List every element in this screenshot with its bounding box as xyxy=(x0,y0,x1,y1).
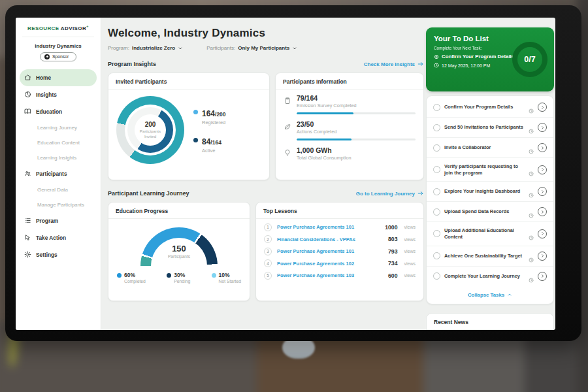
sidebar-item-education-content[interactable]: Education Content xyxy=(20,135,97,150)
lightbulb-icon xyxy=(284,148,291,155)
chevron-right-button[interactable] xyxy=(538,252,547,261)
task-row[interactable]: Explore Your Insights Dashboard xyxy=(427,182,553,202)
lesson-row: 4 Power Purchase Agreements 102 734views xyxy=(256,255,423,268)
invited-legend: 164/200 Registered 84/164 Active xyxy=(193,107,226,154)
task-row[interactable]: Complete Your Learning Journey xyxy=(427,267,553,286)
clock-icon xyxy=(434,63,439,68)
recent-news-card: Recent News xyxy=(426,313,554,330)
sidebar-item-participants[interactable]: Participants xyxy=(20,165,97,182)
task-row[interactable]: Upload Spend Data Records xyxy=(427,202,553,222)
list-icon xyxy=(24,217,31,224)
progress-bar xyxy=(297,112,416,114)
task-checkbox[interactable] xyxy=(433,124,440,131)
card-title: Participants Information xyxy=(276,73,423,90)
todo-progress-count: 0/7 xyxy=(524,55,535,64)
lesson-link[interactable]: Power Purchase Agreements 101 xyxy=(277,224,380,230)
card-title: Invited Participants xyxy=(108,73,269,90)
sidebar-item-program[interactable]: Program xyxy=(20,212,97,229)
task-checkbox[interactable] xyxy=(433,188,440,195)
task-row[interactable]: Send 50 Invitations to Participants xyxy=(427,118,553,138)
education-gauge-chart: 150 Participants xyxy=(140,227,218,266)
lesson-link[interactable]: Financial Considerations - VPPAs xyxy=(277,237,383,242)
todo-progress-ring: 0/7 xyxy=(512,42,547,77)
sidebar-item-learning-journey[interactable]: Learning Journey xyxy=(20,120,97,135)
next-task: Confirm Your Program Details xyxy=(442,54,514,59)
sidebar-item-insights[interactable]: Insights xyxy=(20,86,97,103)
chevron-right-button[interactable] xyxy=(538,103,547,112)
sponsor-icon xyxy=(44,54,50,59)
chevron-right-button[interactable] xyxy=(538,187,547,196)
sidebar-item-education[interactable]: Education xyxy=(20,103,97,120)
chevron-right-button[interactable] xyxy=(538,272,547,281)
resource-advisor-logo: RESOURCE ADVISOR+ xyxy=(16,24,101,31)
clock-icon xyxy=(529,105,534,110)
gauge-center-label: Participants xyxy=(168,254,190,259)
legend-dot xyxy=(212,273,216,278)
rank-badge: 5 xyxy=(264,272,272,280)
lesson-link[interactable]: Power Purchase Agreements 101 xyxy=(277,248,383,254)
task-checkbox[interactable] xyxy=(433,144,440,152)
page-title: Welcome, Industry Dynamics xyxy=(108,27,424,40)
participants-information-card: Participants Information 79/164 Emission… xyxy=(275,73,424,180)
lesson-link[interactable]: Power Purchase Agreements 102 xyxy=(277,261,383,267)
task-checkbox[interactable] xyxy=(433,230,440,237)
education-progress-card: Education Progress 150 Participants xyxy=(108,202,250,301)
sidebar-item-general-data[interactable]: General Data xyxy=(20,182,97,197)
next-task-datetime: 12 May 2025, 12:00 PM xyxy=(442,63,490,68)
task-row[interactable]: Verify participants requesting to join t… xyxy=(427,158,553,182)
main-content: Welcome, Industry Dynamics Program: Indu… xyxy=(108,18,424,301)
card-title: Education Progress xyxy=(108,203,250,219)
sidebar-item-learning-insights[interactable]: Learning Insights xyxy=(20,150,97,165)
task-row[interactable]: Achieve One Sustainability Target xyxy=(427,246,553,267)
arrow-right-icon xyxy=(417,190,424,197)
sidebar-item-take-action[interactable]: Take Action xyxy=(20,229,97,246)
participants-filter[interactable]: Participants: Only My Participants xyxy=(206,45,297,51)
task-checkbox[interactable] xyxy=(433,252,440,259)
program-filter[interactable]: Program: Industrialize Zero xyxy=(108,45,183,51)
education-legend: 60%Completed 30%Pending 10%Not Started xyxy=(108,272,250,284)
chevron-down-icon xyxy=(178,46,183,51)
legend-active: 84/164 Active xyxy=(193,135,226,154)
chevron-right-button[interactable] xyxy=(538,165,547,174)
task-checkbox[interactable] xyxy=(433,166,440,173)
go-to-learning-journey-link[interactable]: Go to Learning Journey xyxy=(356,190,424,197)
chevron-right-button[interactable] xyxy=(538,229,547,238)
task-checkbox[interactable] xyxy=(433,272,440,280)
rank-badge: 2 xyxy=(264,235,272,243)
cursor-action-icon xyxy=(24,234,31,241)
task-row[interactable]: Confirm Your Program Details xyxy=(427,97,553,118)
sponsor-badge[interactable]: Sponsor xyxy=(40,52,76,61)
lesson-row: 3 Power Purchase Agreements 101 793views xyxy=(256,243,423,255)
check-more-insights-link[interactable]: Check More Insights xyxy=(364,61,424,67)
lesson-row: 2 Financial Considerations - VPPAs 803vi… xyxy=(256,231,423,244)
sidebar-item-home[interactable]: Home xyxy=(20,69,97,86)
invited-participants-card: Invited Participants 200 Participants In… xyxy=(108,73,270,180)
task-checkbox[interactable] xyxy=(433,104,440,111)
gauge-center-value: 150 xyxy=(172,244,186,253)
clock-icon xyxy=(529,209,534,214)
chevron-right-button[interactable] xyxy=(538,123,547,132)
leaf-icon xyxy=(284,122,291,129)
task-row[interactable]: Invite a Collaborator xyxy=(427,138,553,158)
lesson-link[interactable]: Power Purchase Agreements 103 xyxy=(277,272,383,278)
chevron-down-icon xyxy=(292,46,297,51)
invited-donut-chart: 200 Participants Invited xyxy=(116,96,184,164)
task-row[interactable]: Upload Additional Educational Content xyxy=(427,222,553,246)
target-icon xyxy=(434,54,439,59)
donut-center-label: Participants Invited xyxy=(137,129,163,139)
people-icon xyxy=(24,170,31,177)
chevron-right-button[interactable] xyxy=(538,143,547,152)
legend-dot xyxy=(193,138,198,142)
clock-icon xyxy=(529,145,534,150)
info-row-consumption: 1,000 GWh Total Global Consumption xyxy=(276,142,423,162)
task-checkbox[interactable] xyxy=(433,208,440,216)
legend-dot xyxy=(193,110,198,114)
chevron-right-button[interactable] xyxy=(538,207,547,216)
divider xyxy=(22,37,94,37)
arrow-right-icon xyxy=(417,61,424,67)
sidebar-item-manage-participants[interactable]: Manage Participants xyxy=(20,197,97,212)
sidebar-item-settings[interactable]: Settings xyxy=(20,246,97,263)
clock-icon xyxy=(529,167,534,172)
filters-row: Program: Industrialize Zero Participants… xyxy=(108,45,424,51)
collapse-tasks-link[interactable]: Collapse Tasks xyxy=(427,286,553,302)
